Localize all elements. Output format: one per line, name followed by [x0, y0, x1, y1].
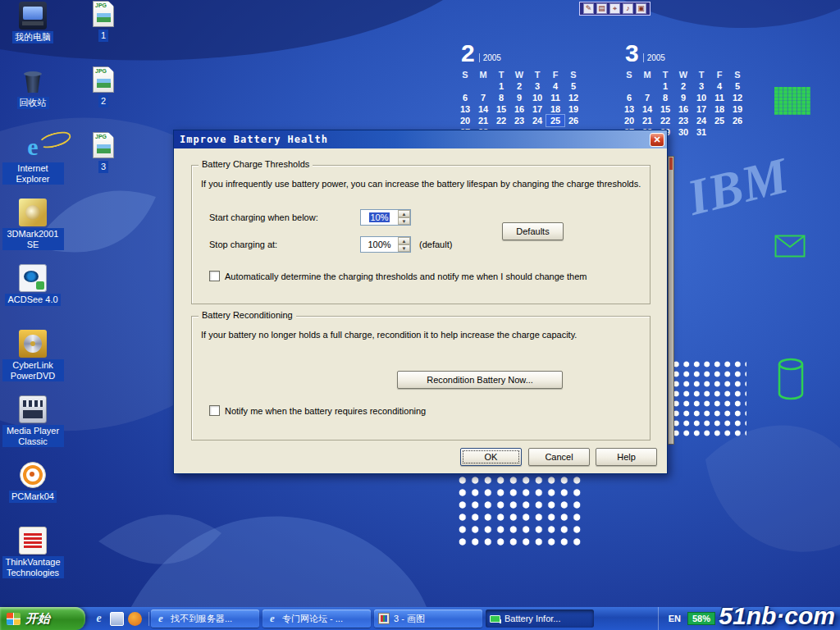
calendar-day: 25 — [710, 115, 728, 126]
taskbar-task-1[interactable]: 找不到服务器... — [151, 609, 259, 628]
calendar-day: 7 — [638, 92, 656, 103]
calendar-day-header: T — [528, 69, 546, 80]
spinner-down-icon[interactable]: ▼ — [398, 217, 410, 225]
desktop-icon-mpc[interactable]: Media Player Classic — [2, 395, 64, 461]
tray-battery-indicator[interactable]: 58% — [687, 612, 715, 625]
desktop-icon-label: 回收站 — [17, 97, 49, 109]
calendar-day: 6 — [620, 92, 638, 103]
calendar-day: 16 — [510, 103, 528, 115]
desktop-icon-3dmark2001[interactable]: 3DMark2001 SE — [2, 199, 64, 264]
calendar-day: 6 — [456, 92, 474, 103]
default-suffix-label: (default) — [419, 240, 452, 249]
database-cylinder-icon — [776, 358, 806, 400]
internet-explorer-icon[interactable] — [92, 612, 106, 626]
start-charging-spinner[interactable]: 10% ▲ ▼ — [360, 209, 411, 226]
calendar-day — [710, 126, 728, 138]
notify-recondition-checkbox[interactable] — [209, 405, 220, 416]
calendar-day: 12 — [728, 92, 746, 103]
calendar-day: 4 — [546, 80, 564, 92]
calendar-day: 1 — [656, 80, 674, 92]
desktop-icon-powerdvd[interactable]: CyberLink PowerDVD — [2, 330, 64, 395]
help-button[interactable]: Help — [596, 448, 657, 466]
desktop-icon-label: CyberLink PowerDVD — [2, 359, 64, 381]
calendar-day-header: S — [728, 69, 746, 80]
recondition-battery-button[interactable]: Recondition Battery Now... — [397, 371, 563, 389]
start-charging-value[interactable]: 10% — [361, 210, 398, 225]
desktop-jpg-column: JPG1JPG2JPG3 — [72, 0, 135, 197]
recondition-intro-text: If your battery no longer holds a full c… — [201, 330, 643, 340]
spinner-down-icon[interactable]: ▼ — [398, 244, 410, 252]
calendar-day: 21 — [474, 115, 492, 126]
calendar-day-header: F — [546, 69, 564, 80]
jpg-badge: JPG — [95, 2, 107, 8]
defaults-button[interactable]: Defaults — [502, 222, 564, 240]
calendar-day-header: M — [638, 69, 656, 80]
taskbar-task-3[interactable]: 3 - 画图 — [374, 609, 482, 628]
mouse-icon[interactable]: ⌖ — [609, 3, 620, 14]
envelope-icon — [774, 235, 806, 258]
desktop-icon-acdsee[interactable]: ACDSee 4.0 — [2, 264, 64, 330]
battery-reconditioning-group: Battery Reconditioning If your battery n… — [191, 316, 651, 441]
language-indicator[interactable]: EN — [669, 614, 681, 623]
calendar-day: 15 — [656, 103, 674, 115]
calendar-day: 24 — [528, 115, 546, 126]
spinner-up-icon[interactable]: ▲ — [398, 210, 410, 217]
calendar-day: 21 — [638, 115, 656, 126]
calendar-day: 14 — [474, 103, 492, 115]
paint-icon — [378, 613, 390, 624]
desktop-icon-pcmark04[interactable]: PCMark04 — [2, 461, 64, 527]
spinner-up-icon[interactable]: ▲ — [398, 237, 410, 244]
calendar-day — [728, 126, 746, 138]
calendar-day — [620, 80, 638, 92]
tablet-icon[interactable]: ▤ — [596, 3, 607, 14]
desktop-icon-recycle-bin[interactable]: 回收站 — [2, 67, 64, 133]
floating-toolbar[interactable]: ✎▤⌖♪▣ — [579, 2, 651, 16]
taskbar-task-2[interactable]: 专门网论坛 - ... — [262, 609, 371, 628]
cancel-button[interactable]: Cancel — [528, 448, 590, 466]
ok-button[interactable]: OK — [460, 448, 522, 466]
calendar-day: 5 — [728, 80, 746, 92]
calendar-day: 7 — [474, 92, 492, 103]
taskbar-task-4[interactable]: Battery Infor... — [486, 609, 594, 628]
desktop-icon-jpg-1[interactable]: JPG1 — [72, 0, 135, 66]
calendar-day-header: W — [674, 69, 692, 80]
calendar-day: 18 — [710, 103, 728, 115]
auto-thresholds-checkbox-label: Automatically determine the charging thr… — [225, 272, 587, 281]
calendar-day: 10 — [528, 92, 546, 103]
monitor-icon[interactable]: ▣ — [636, 3, 646, 14]
battery-icon — [490, 615, 500, 623]
background-window-edge — [668, 156, 674, 445]
calendar-day: 26 — [564, 115, 582, 126]
calendar-day: 30 — [674, 126, 692, 138]
desktop-icon-internet-explorer[interactable]: Internet Explorer — [2, 133, 64, 199]
stop-charging-spinner[interactable]: 100% ▲ ▼ — [360, 236, 411, 253]
calendar-day: 22 — [492, 115, 510, 126]
calendar-day — [638, 80, 656, 92]
close-icon[interactable]: ✕ — [650, 133, 664, 147]
auto-thresholds-checkbox[interactable] — [209, 271, 220, 281]
auto-thresholds-checkbox-row[interactable]: Automatically determine the charging thr… — [209, 271, 641, 281]
jpg-file-icon: JPG — [93, 66, 114, 93]
dialog-titlebar[interactable]: Improve Battery Health ✕ — [174, 130, 667, 148]
system-tray: EN 58% — [658, 607, 840, 630]
calendar-day: 2 — [510, 80, 528, 92]
pen-icon[interactable]: ✎ — [583, 3, 594, 14]
internet-explorer-icon — [27, 133, 38, 161]
show-desktop-icon[interactable] — [110, 612, 124, 626]
desktop-icon-jpg-2[interactable]: JPG2 — [72, 66, 135, 131]
battery-charge-thresholds-group: Battery Charge Thresholds If you infrequ… — [191, 165, 651, 304]
windows-media-player-icon[interactable] — [128, 612, 142, 626]
thresholds-intro-text: If you infrequently use battery power, y… — [201, 179, 643, 189]
calendar-day: 17 — [528, 103, 546, 115]
desktop-icon-thinkvantage[interactable]: ThinkVantage Technologies — [2, 527, 64, 592]
desktop-icon-my-computer[interactable]: 我的电脑 — [2, 2, 64, 67]
stop-charging-value[interactable]: 100% — [361, 237, 398, 252]
desktop-icon-jpg-3[interactable]: JPG3 — [72, 131, 135, 197]
pcmark04-icon — [20, 462, 46, 488]
start-button[interactable]: 开始 — [0, 607, 85, 630]
desktop-icon-label: ACDSee 4.0 — [5, 294, 60, 306]
desktop-icon-label: 2 — [98, 95, 108, 107]
speaker-icon[interactable]: ♪ — [623, 3, 633, 14]
notify-recondition-checkbox-row[interactable]: Notify me when the battery requires reco… — [209, 405, 641, 416]
calendar-day: 15 — [492, 103, 510, 115]
